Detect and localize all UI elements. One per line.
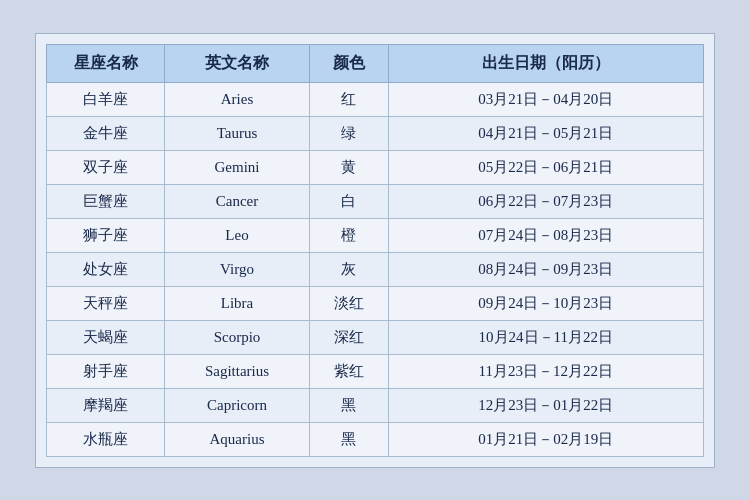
cell-chinese-name: 狮子座 [47, 218, 165, 252]
cell-date: 07月24日－08月23日 [388, 218, 703, 252]
cell-date: 04月21日－05月21日 [388, 116, 703, 150]
cell-chinese-name: 水瓶座 [47, 422, 165, 456]
table-row: 白羊座Aries红03月21日－04月20日 [47, 82, 704, 116]
cell-color: 深红 [309, 320, 388, 354]
table-row: 巨蟹座Cancer白06月22日－07月23日 [47, 184, 704, 218]
cell-color: 灰 [309, 252, 388, 286]
cell-color: 绿 [309, 116, 388, 150]
cell-english-name: Sagittarius [165, 354, 310, 388]
cell-chinese-name: 摩羯座 [47, 388, 165, 422]
table-row: 水瓶座Aquarius黑01月21日－02月19日 [47, 422, 704, 456]
table-body: 白羊座Aries红03月21日－04月20日金牛座Taurus绿04月21日－0… [47, 82, 704, 456]
cell-date: 12月23日－01月22日 [388, 388, 703, 422]
table-header-row: 星座名称 英文名称 颜色 出生日期（阳历） [47, 44, 704, 82]
cell-english-name: Capricorn [165, 388, 310, 422]
cell-chinese-name: 双子座 [47, 150, 165, 184]
cell-color: 黑 [309, 422, 388, 456]
cell-color: 淡红 [309, 286, 388, 320]
table-row: 狮子座Leo橙07月24日－08月23日 [47, 218, 704, 252]
cell-chinese-name: 天秤座 [47, 286, 165, 320]
cell-color: 紫红 [309, 354, 388, 388]
cell-date: 01月21日－02月19日 [388, 422, 703, 456]
cell-date: 08月24日－09月23日 [388, 252, 703, 286]
table-row: 金牛座Taurus绿04月21日－05月21日 [47, 116, 704, 150]
cell-color: 橙 [309, 218, 388, 252]
table-row: 摩羯座Capricorn黑12月23日－01月22日 [47, 388, 704, 422]
cell-chinese-name: 巨蟹座 [47, 184, 165, 218]
table-row: 天蝎座Scorpio深红10月24日－11月22日 [47, 320, 704, 354]
cell-date: 09月24日－10月23日 [388, 286, 703, 320]
cell-color: 黑 [309, 388, 388, 422]
header-chinese-name: 星座名称 [47, 44, 165, 82]
cell-english-name: Libra [165, 286, 310, 320]
cell-chinese-name: 处女座 [47, 252, 165, 286]
cell-english-name: Taurus [165, 116, 310, 150]
table-row: 射手座Sagittarius紫红11月23日－12月22日 [47, 354, 704, 388]
cell-english-name: Virgo [165, 252, 310, 286]
cell-english-name: Gemini [165, 150, 310, 184]
cell-english-name: Scorpio [165, 320, 310, 354]
cell-date: 11月23日－12月22日 [388, 354, 703, 388]
cell-english-name: Leo [165, 218, 310, 252]
cell-date: 10月24日－11月22日 [388, 320, 703, 354]
cell-color: 红 [309, 82, 388, 116]
cell-color: 黄 [309, 150, 388, 184]
cell-color: 白 [309, 184, 388, 218]
zodiac-table-container: 星座名称 英文名称 颜色 出生日期（阳历） 白羊座Aries红03月21日－04… [35, 33, 715, 468]
table-row: 处女座Virgo灰08月24日－09月23日 [47, 252, 704, 286]
table-row: 天秤座Libra淡红09月24日－10月23日 [47, 286, 704, 320]
cell-date: 03月21日－04月20日 [388, 82, 703, 116]
header-english-name: 英文名称 [165, 44, 310, 82]
cell-chinese-name: 射手座 [47, 354, 165, 388]
cell-chinese-name: 金牛座 [47, 116, 165, 150]
table-row: 双子座Gemini黄05月22日－06月21日 [47, 150, 704, 184]
zodiac-table: 星座名称 英文名称 颜色 出生日期（阳历） 白羊座Aries红03月21日－04… [46, 44, 704, 457]
cell-english-name: Aquarius [165, 422, 310, 456]
cell-date: 06月22日－07月23日 [388, 184, 703, 218]
header-date: 出生日期（阳历） [388, 44, 703, 82]
cell-english-name: Cancer [165, 184, 310, 218]
cell-date: 05月22日－06月21日 [388, 150, 703, 184]
cell-chinese-name: 白羊座 [47, 82, 165, 116]
cell-chinese-name: 天蝎座 [47, 320, 165, 354]
cell-english-name: Aries [165, 82, 310, 116]
header-color: 颜色 [309, 44, 388, 82]
